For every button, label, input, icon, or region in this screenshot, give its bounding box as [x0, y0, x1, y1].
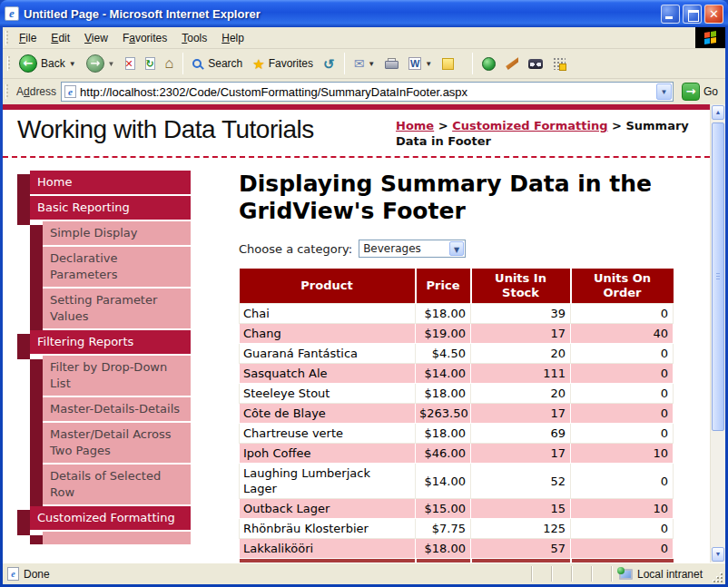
minimize-button[interactable]: [661, 5, 680, 24]
sidebar-item-label: Master-Details-Details: [50, 402, 180, 416]
page-title: Displaying Summary Data in the GridView'…: [239, 171, 674, 225]
page-favicon: e: [64, 85, 76, 98]
category-label: Choose a category:: [239, 242, 352, 256]
windows-flag-icon: [704, 31, 716, 44]
chevron-down-icon: ▼: [449, 241, 464, 256]
column-header: Product: [240, 269, 416, 304]
order-cell: 0: [571, 404, 674, 424]
address-input[interactable]: e http://localhost:2302/Code/CustomForma…: [61, 82, 674, 102]
status-segment: [571, 566, 591, 582]
breadcrumb-link[interactable]: Customized Formatting: [452, 119, 607, 132]
binoculars-icon: [528, 59, 543, 69]
price-cell: $14.00: [416, 464, 471, 499]
address-dropdown-button[interactable]: ▼: [656, 83, 672, 100]
mail-button[interactable]: ✉ ▼: [349, 54, 380, 73]
stock-cell: 17: [471, 324, 571, 344]
refresh-icon: [145, 57, 155, 70]
toolbar-grip-handle[interactable]: [7, 56, 10, 71]
close-button[interactable]: [704, 5, 723, 24]
addon-globe-button[interactable]: [477, 54, 500, 73]
vertical-scrollbar[interactable]: ▲ ▼: [710, 104, 725, 563]
mail-dropdown-icon: ▼: [368, 60, 375, 68]
price-cell: $14.00: [416, 364, 471, 384]
site-header: Working with Data Tutorials Home > Custo…: [3, 110, 710, 158]
price-cell: $46.00: [416, 444, 471, 464]
history-icon: ↺: [323, 57, 335, 71]
menu-view[interactable]: View: [77, 28, 115, 48]
main-content: Displaying Summary Data in the GridView'…: [191, 171, 710, 563]
stock-cell: 17: [471, 404, 571, 424]
home-button[interactable]: ⌂: [161, 54, 179, 73]
order-cell: 10: [571, 499, 674, 519]
sidebar-item-home[interactable]: Home: [30, 171, 191, 194]
status-segment: [551, 566, 571, 582]
menu-bar: FileEditViewFavoritesToolsHelp: [3, 27, 725, 49]
grid-body: Chai$18.00390Chang$19.001740Guaraná Fant…: [240, 304, 674, 559]
favorites-button[interactable]: ★ Favorites: [248, 54, 318, 73]
menu-file[interactable]: File: [12, 28, 44, 48]
product-cell: Steeleye Stout: [240, 384, 416, 404]
price-cell: $7.75: [416, 519, 471, 539]
history-button[interactable]: ↺: [319, 54, 339, 73]
table-row: Rhönbräu Klosterbier$7.751250: [240, 519, 674, 539]
scrollbar-thumb[interactable]: [712, 122, 724, 431]
messenger-button[interactable]: [438, 55, 458, 73]
price-cell: $18.00: [416, 384, 471, 404]
stock-cell: 69: [471, 424, 571, 444]
menubar-grip-handle[interactable]: [5, 31, 8, 45]
addressbar-grip-handle[interactable]: [5, 84, 8, 99]
order-cell: 0: [571, 519, 674, 539]
site-title: Working with Data Tutorials: [17, 115, 314, 149]
sidebar-item-filtering-reports[interactable]: Filtering Reports: [30, 330, 191, 354]
local-intranet-icon: [619, 569, 633, 580]
breadcrumb-link[interactable]: Home: [396, 119, 434, 132]
scroll-down-button[interactable]: ▼: [712, 547, 724, 562]
sidebar-item-setting-parameter-values[interactable]: Setting Parameter Values: [43, 289, 191, 328]
sidebar-item-label: Details of Selected Row: [50, 469, 161, 499]
menu-items: FileEditViewFavoritesToolsHelp: [12, 28, 251, 48]
table-row: Chai$18.00390: [240, 304, 674, 324]
stock-cell: 15: [471, 499, 571, 519]
category-dropdown[interactable]: Beverages ▼: [359, 240, 466, 258]
sidebar-item-partial[interactable]: [43, 532, 191, 544]
window-title: Untitled Page - Microsoft Internet Explo…: [24, 7, 658, 21]
product-cell: Ipoh Coffee: [240, 444, 416, 464]
grid-footer-row: [240, 559, 674, 563]
sidebar-item-declarative-parameters[interactable]: Declarative Parameters: [43, 247, 191, 287]
menu-tools[interactable]: Tools: [174, 28, 214, 48]
back-button[interactable]: ← Back ▼: [15, 52, 81, 75]
sidebar-item-master-detail-across-two-pages[interactable]: Master/Detail Across Two Pages: [43, 423, 191, 463]
refresh-button[interactable]: [141, 54, 160, 73]
menu-favorites[interactable]: Favorites: [115, 28, 174, 48]
addon-swoosh-button[interactable]: [501, 54, 523, 73]
stop-button[interactable]: [121, 54, 140, 73]
product-cell: Chang: [240, 324, 416, 344]
edit-with-word-button[interactable]: W ▼: [404, 54, 437, 73]
maximize-button[interactable]: [683, 5, 702, 24]
sidebar-item-simple-display[interactable]: Simple Display: [43, 221, 191, 245]
go-button[interactable]: → Go: [678, 81, 722, 103]
scroll-up-button[interactable]: ▲: [712, 105, 724, 120]
sidebar-item-label: Declarative Parameters: [50, 251, 117, 281]
sidebar-item-details-of-selected-row[interactable]: Details of Selected Row: [43, 465, 191, 504]
menu-edit[interactable]: Edit: [44, 28, 77, 48]
order-cell: 10: [571, 444, 674, 464]
print-button[interactable]: [380, 55, 403, 72]
sidebar-item-label: Customized Formatting: [37, 511, 175, 524]
sidebar-item-filter-by-drop-down-list[interactable]: Filter by Drop-Down List: [43, 356, 191, 396]
menu-help[interactable]: Help: [214, 28, 251, 48]
forward-button[interactable]: → ▼: [82, 52, 120, 75]
sidebar-item-master-details-details[interactable]: Master-Details-Details: [43, 397, 191, 421]
search-button[interactable]: Search: [188, 54, 247, 73]
sidebar-item-customized-formatting[interactable]: Customized Formatting: [30, 506, 191, 530]
sidebar-item-basic-reporting[interactable]: Basic Reporting: [30, 196, 191, 220]
window-resize-grip[interactable]: [712, 572, 724, 584]
sidebar-item-label: Simple Display: [50, 226, 137, 240]
back-dropdown-icon: ▼: [69, 60, 76, 68]
order-cell: 40: [571, 324, 674, 344]
addon-find-button[interactable]: [524, 56, 547, 72]
addon-grid-button[interactable]: [548, 54, 570, 73]
footer-cell: [240, 559, 416, 563]
order-cell: 0: [571, 424, 674, 444]
sidebar-item-label: Home: [37, 175, 72, 189]
